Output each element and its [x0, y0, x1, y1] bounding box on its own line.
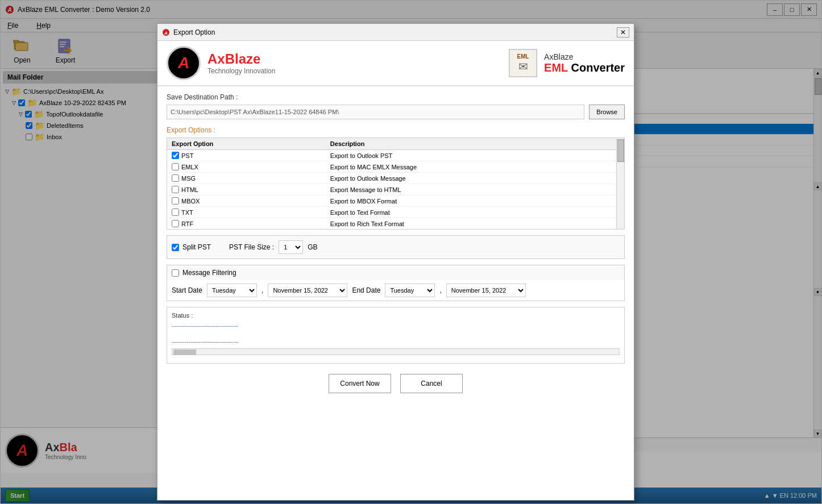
- convert-now-button[interactable]: Convert Now: [329, 374, 391, 393]
- status-section-label: Status :: [172, 312, 620, 319]
- brand-ax: Ax: [207, 51, 225, 66]
- destination-path-input[interactable]: [167, 105, 584, 119]
- option-row-html: HTML Export Message to HTML: [167, 184, 624, 195]
- option-desc-pst: Export to Outlook PST: [326, 150, 624, 161]
- option-check-msg[interactable]: [172, 174, 179, 182]
- filter-dates-row: Start Date Tuesday Monday Wednesday , No…: [167, 280, 624, 301]
- export-dialog: A Export Option ✕ A AxBlaze Technology I…: [157, 23, 634, 501]
- start-month-year-select[interactable]: November 15, 2022: [268, 284, 347, 297]
- path-row: Browse: [167, 105, 625, 119]
- filter-label: Message Filtering: [182, 269, 236, 277]
- option-row-mbox: MBOX Export to MBOX Format: [167, 195, 624, 207]
- option-desc-rtf: Export to Rich Text Format: [326, 218, 624, 230]
- cancel-button[interactable]: Cancel: [400, 374, 463, 393]
- dialog-logo-a: A: [178, 54, 189, 72]
- dialog-header: A AxBlaze Technology Innovation EML ✉ Ax…: [157, 41, 634, 86]
- option-desc-emlx: Export to MAC EMLX Message: [326, 161, 624, 173]
- start-date-label: Start Date: [172, 286, 202, 294]
- status-section: Status : -------------------------------…: [167, 307, 625, 364]
- option-check-html[interactable]: [172, 186, 179, 193]
- start-day-select[interactable]: Tuesday Monday Wednesday: [207, 284, 257, 297]
- end-date-separator: ,: [439, 286, 441, 294]
- end-day-select[interactable]: Tuesday Monday Wednesday: [385, 284, 435, 297]
- option-check-rtf[interactable]: [172, 220, 179, 227]
- status-scroll-thumb[interactable]: [173, 349, 196, 355]
- dialog-logo-circle: A: [167, 46, 201, 80]
- option-row-txt: TXT Export to Text Format: [167, 207, 624, 218]
- option-check-txt[interactable]: [172, 209, 179, 216]
- status-dashes-1: --------------------------------: [172, 322, 620, 329]
- dialog-eml-area: EML ✉ AxBlaze EML Converter: [509, 49, 625, 77]
- dialog-logo-area: A AxBlaze Technology Innovation: [167, 46, 275, 80]
- dialog-eml-converter-top: AxBlaze: [544, 52, 625, 61]
- pst-file-size-label: PST File Size :: [229, 243, 274, 251]
- filter-label-wrap: Message Filtering: [172, 269, 236, 277]
- option-row-pst: PST Export to Outlook PST: [167, 150, 624, 161]
- export-options-table: Export Option Description PST Export to …: [167, 138, 624, 229]
- status-scroll-bar: [172, 348, 620, 355]
- option-check-emlx[interactable]: [172, 163, 179, 170]
- status-dashes-2: --------------------------------: [172, 338, 620, 345]
- option-desc-mbox: Export to MBOX Format: [326, 195, 624, 207]
- dialog-brand-name: AxBlaze: [207, 51, 275, 67]
- option-desc-html: Export Message to HTML: [326, 184, 624, 195]
- filter-checkbox[interactable]: [172, 269, 179, 277]
- dialog-content: Save Destination Path : Browse Export Op…: [157, 86, 634, 405]
- option-row-emlx: EMLX Export to MAC EMLX Message: [167, 161, 624, 173]
- end-date-label: End Date: [352, 286, 380, 294]
- start-date-separator: ,: [261, 286, 263, 294]
- split-pst-section: Split PST PST File Size : 1 2 5 10 GB: [167, 235, 625, 259]
- option-desc-txt: Export to Text Format: [326, 207, 624, 218]
- split-pst-checkbox[interactable]: [172, 244, 179, 251]
- export-options-label: Export Options :: [167, 126, 625, 134]
- option-row-msg: MSG Export to Outlook Message: [167, 173, 624, 184]
- save-destination-label: Save Destination Path :: [167, 93, 238, 101]
- option-check-pst[interactable]: [172, 152, 179, 159]
- col-desc-header: Description: [326, 138, 624, 150]
- col-option-header: Export Option: [167, 138, 326, 150]
- options-scroll-thumb[interactable]: [617, 139, 624, 162]
- option-check-mbox[interactable]: [172, 197, 179, 205]
- action-buttons: Convert Now Cancel: [167, 369, 625, 398]
- filter-header: Message Filtering: [167, 265, 624, 280]
- end-month-year-select[interactable]: November 15, 2022: [446, 284, 526, 297]
- main-window: A AxBlaze EML Converter : Demo Version 2…: [0, 0, 822, 504]
- dialog-title: A Export Option: [162, 28, 215, 36]
- dialog-title-bar: A Export Option ✕: [157, 24, 634, 41]
- save-destination-row: Save Destination Path :: [167, 93, 625, 101]
- pst-size-unit: GB: [308, 243, 317, 251]
- brand-blaze: Blaze: [225, 51, 261, 66]
- dialog-title-text: Export Option: [173, 28, 215, 36]
- dialog-eml-title: AxBlaze EML Converter: [544, 52, 625, 74]
- pst-size-select[interactable]: 1 2 5 10: [279, 240, 303, 254]
- options-scroll-bar: [616, 138, 624, 229]
- option-desc-msg: Export to Outlook Message: [326, 173, 624, 184]
- options-scroll: Export Option Description PST Export to …: [167, 138, 624, 229]
- browse-button[interactable]: Browse: [589, 105, 625, 119]
- dialog-eml-converter-bottom: EML Converter: [544, 61, 625, 74]
- dialog-close-button[interactable]: ✕: [617, 27, 629, 38]
- pst-size-row: PST File Size : 1 2 5 10 GB: [229, 240, 317, 254]
- export-options-container: Export Option Description PST Export to …: [167, 138, 625, 230]
- dialog-brand-sub: Technology Innovation: [207, 67, 275, 75]
- svg-text:A: A: [164, 30, 168, 35]
- dialog-icon: A: [162, 28, 170, 36]
- option-row-rtf: RTF Export to Rich Text Format: [167, 218, 624, 230]
- dialog-logo-text: AxBlaze Technology Innovation: [207, 51, 275, 75]
- filter-section: Message Filtering Start Date Tuesday Mon…: [167, 265, 625, 301]
- split-pst-label-wrap: Split PST: [172, 243, 211, 251]
- split-pst-label: Split PST: [182, 243, 211, 251]
- dialog-eml-box: EML ✉: [509, 49, 537, 77]
- eml-box-label: EML: [517, 53, 529, 60]
